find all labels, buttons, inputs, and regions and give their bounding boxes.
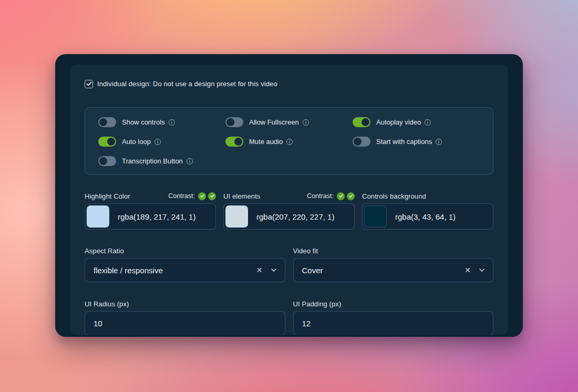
start-with-captions-toggle[interactable] (353, 137, 370, 147)
design-settings-panel: Individual design: Do not use a design p… (70, 65, 508, 335)
auto-loop-toggle[interactable] (98, 137, 116, 147)
dropdowns-row: Aspect Ratio flexible / responsive ✕ Vid… (85, 246, 493, 282)
video-fit-label: Video fit (293, 247, 318, 255)
toggle-knob (99, 118, 107, 126)
contrast-check-icon (208, 192, 216, 200)
toggle-item-auto-loop: Auto loop (98, 137, 225, 147)
controls-background-label: Controls background (362, 192, 426, 200)
contrast-label: Contrast: (307, 192, 334, 200)
controls-background-field[interactable]: rgba(3, 43, 64, 1) (362, 203, 493, 230)
ui-radius-group: UI Radius (px) 10 (85, 300, 285, 335)
ui-padding-label: UI Padding (px) (293, 300, 342, 308)
aspect-ratio-label: Aspect Ratio (85, 247, 124, 255)
info-icon[interactable] (302, 119, 309, 126)
highlight-color-value[interactable]: rgba(189, 217, 241, 1) (118, 212, 195, 221)
toggle-knob (226, 118, 234, 126)
ui-elements-color-field[interactable]: rgba(207, 220, 227, 1) (223, 203, 355, 230)
video-fit-group: Video fit Cover ✕ (293, 246, 494, 282)
contrast-check-icon (347, 192, 355, 200)
info-icon[interactable] (154, 138, 161, 146)
contrast-check-icon (337, 192, 345, 200)
info-icon[interactable] (424, 119, 431, 126)
ui-radius-label: UI Radius (px) (85, 300, 129, 308)
toggle-knob (354, 138, 362, 146)
toggle-knob (107, 138, 115, 146)
autoplay-video-toggle[interactable] (353, 117, 370, 127)
highlight-color-label: Highlight Color (85, 192, 130, 200)
video-fit-value: Cover (302, 266, 464, 275)
toggle-label: Autoplay video (376, 118, 421, 126)
info-icon[interactable] (168, 119, 176, 126)
info-icon[interactable] (435, 138, 442, 146)
contrast-indicator: Contrast: (307, 192, 355, 200)
mute-audio-toggle[interactable] (225, 137, 243, 147)
aspect-ratio-group: Aspect Ratio flexible / responsive ✕ (85, 246, 285, 282)
clear-icon[interactable]: ✕ (463, 265, 472, 275)
aspect-ratio-value: flexible / responsive (94, 266, 255, 275)
ui-elements-color-group: UI elements Contrast: rgba(207, 220, 227… (223, 192, 355, 230)
toggle-label: Transcription Button (122, 157, 183, 165)
toggle-knob (234, 138, 242, 146)
show-controls-toggle[interactable] (98, 117, 116, 127)
ui-padding-input[interactable]: 12 (293, 311, 494, 335)
transcription-button-toggle[interactable] (98, 156, 116, 166)
contrast-indicator: Contrast: (168, 192, 216, 200)
toggle-label: Mute audio (249, 138, 283, 146)
toggle-label: Show controls (122, 118, 165, 126)
toggle-label: Allow Fullscreen (249, 118, 299, 126)
video-fit-select[interactable]: Cover ✕ (293, 258, 494, 282)
chevron-down-icon[interactable] (270, 266, 277, 274)
toggle-item-autoplay-video: Autoplay video (353, 117, 480, 127)
playback-toggles-group: Show controls Allow Fullscreen Autoplay … (85, 107, 493, 175)
allow-fullscreen-toggle[interactable] (225, 117, 243, 127)
info-icon[interactable] (186, 158, 193, 165)
highlight-color-group: Highlight Color Contrast: rgba(189, 217,… (85, 192, 216, 230)
ui-elements-color-swatch[interactable] (225, 205, 248, 228)
individual-design-checkbox[interactable] (85, 80, 93, 88)
controls-background-swatch[interactable] (364, 205, 387, 228)
number-inputs-row: UI Radius (px) 10 UI Padding (px) 12 (85, 300, 493, 335)
toggle-label: Start with captions (376, 138, 432, 146)
design-settings-modal: Individual design: Do not use a design p… (55, 54, 523, 337)
toggle-item-show-controls: Show controls (98, 117, 225, 127)
info-icon[interactable] (286, 138, 293, 146)
toggle-label: Auto loop (122, 138, 151, 146)
ui-radius-value: 10 (94, 319, 102, 328)
toggle-item-mute-audio: Mute audio (225, 137, 353, 147)
ui-padding-value: 12 (302, 319, 311, 328)
toggle-item-transcription-button: Transcription Button (98, 156, 225, 166)
ui-padding-group: UI Padding (px) 12 (293, 300, 494, 335)
highlight-color-swatch[interactable] (87, 205, 109, 228)
toggle-item-allow-fullscreen: Allow Fullscreen (225, 117, 353, 127)
contrast-check-icon (198, 192, 206, 200)
individual-design-row: Individual design: Do not use a design p… (85, 79, 493, 88)
aspect-ratio-select[interactable]: flexible / responsive ✕ (85, 258, 285, 282)
toggle-knob (99, 157, 107, 165)
controls-background-group: Controls background rgba(3, 43, 64, 1) (362, 192, 493, 230)
toggle-knob (362, 118, 369, 126)
contrast-label: Contrast: (168, 192, 195, 200)
controls-background-value[interactable]: rgba(3, 43, 64, 1) (395, 212, 456, 221)
checkmark-icon (86, 81, 92, 87)
ui-elements-color-value[interactable]: rgba(207, 220, 227, 1) (256, 212, 334, 221)
highlight-color-field[interactable]: rgba(189, 217, 241, 1) (85, 203, 216, 230)
ui-radius-input[interactable]: 10 (85, 311, 285, 335)
color-fields-row: Highlight Color Contrast: rgba(189, 217,… (85, 192, 493, 230)
ui-elements-label: UI elements (223, 192, 260, 200)
toggle-item-start-with-captions: Start with captions (353, 137, 480, 147)
individual-design-label: Individual design: Do not use a design p… (97, 80, 277, 88)
chevron-down-icon[interactable] (478, 266, 486, 274)
clear-icon[interactable]: ✕ (255, 265, 264, 275)
